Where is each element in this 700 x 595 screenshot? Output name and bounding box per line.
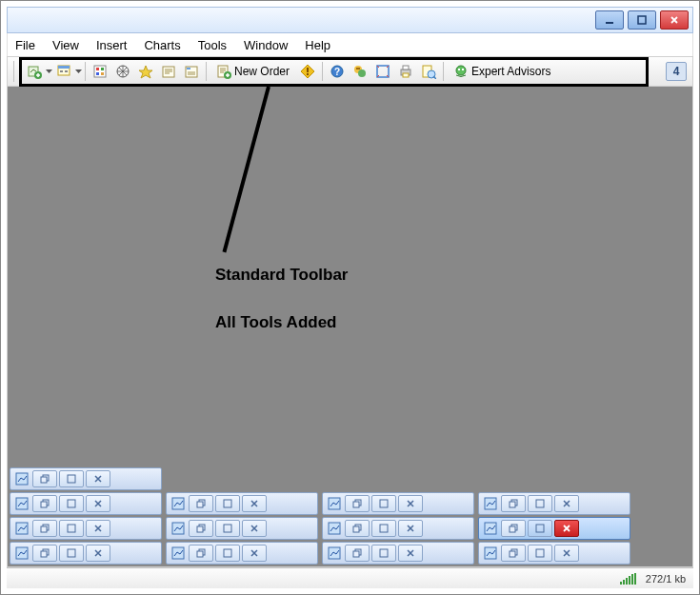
mdi-window[interactable] [166, 542, 318, 565]
minimize-button[interactable] [595, 10, 624, 30]
mdi-maximize-button[interactable] [371, 495, 396, 512]
mdi-window[interactable] [166, 517, 318, 540]
strategy-tester-button[interactable] [180, 61, 203, 82]
svg-rect-66 [353, 526, 359, 532]
metaquotes-button[interactable] [296, 61, 319, 82]
chart-icon [326, 495, 343, 512]
alerts-badge[interactable]: 4 [666, 62, 687, 81]
mdi-window[interactable] [478, 542, 630, 565]
mdi-window[interactable] [166, 492, 318, 515]
menu-tools[interactable]: Tools [198, 38, 227, 52]
new-chart-button[interactable] [23, 61, 46, 82]
mdi-restore-button[interactable] [32, 520, 57, 537]
menu-view[interactable]: View [52, 38, 79, 52]
svg-rect-42 [41, 502, 47, 507]
print-button[interactable] [394, 61, 417, 82]
mdi-restore-button[interactable] [345, 545, 370, 562]
navigator-button[interactable] [134, 61, 157, 82]
mdi-window-active[interactable] [478, 517, 630, 540]
mdi-window[interactable] [10, 517, 162, 540]
svg-point-33 [456, 66, 466, 75]
mdi-restore-button[interactable] [501, 545, 526, 562]
mdi-close-button[interactable] [242, 520, 267, 537]
mdi-maximize-button[interactable] [371, 545, 396, 562]
mdi-restore-button[interactable] [189, 495, 213, 512]
svg-rect-38 [41, 477, 47, 483]
expert-advisors-label: Expert Advisors [471, 65, 550, 78]
mdi-maximize-button[interactable] [371, 520, 396, 537]
mdi-restore-button[interactable] [189, 545, 213, 562]
mdi-window[interactable] [322, 492, 474, 515]
mdi-restore-button[interactable] [345, 520, 370, 537]
mdi-restore-button[interactable] [501, 495, 526, 512]
mdi-maximize-button[interactable] [215, 545, 240, 562]
toolbar-grip[interactable] [13, 61, 19, 82]
mdi-maximize-button[interactable] [59, 520, 84, 537]
statusbar: 272/1 kb [7, 567, 693, 588]
chart-icon [13, 520, 30, 537]
chart-icon [13, 495, 30, 512]
mdi-restore-button[interactable] [32, 545, 57, 562]
mdi-close-button[interactable] [398, 520, 423, 537]
svg-rect-35 [462, 69, 464, 70]
svg-rect-34 [458, 69, 460, 70]
mdi-window[interactable] [10, 467, 162, 490]
mdi-maximize-button[interactable] [215, 520, 240, 537]
profiles-dropdown[interactable] [75, 69, 82, 73]
mdi-close-button[interactable] [86, 495, 110, 512]
data-window-button[interactable] [111, 61, 134, 82]
menu-help[interactable]: Help [305, 38, 330, 52]
close-button[interactable] [660, 10, 689, 30]
svg-rect-55 [536, 500, 544, 507]
expert-advisors-button[interactable]: Expert Advisors [447, 61, 557, 82]
svg-rect-16 [187, 68, 190, 69]
mdi-maximize-button[interactable] [215, 495, 240, 512]
mdi-close-button[interactable] [242, 545, 267, 562]
mdi-window[interactable] [322, 517, 474, 540]
menu-file[interactable]: File [15, 38, 35, 52]
maximize-button[interactable] [628, 10, 656, 30]
mdi-restore-button[interactable] [501, 520, 526, 537]
mdi-restore-button[interactable] [345, 495, 370, 512]
profiles-button[interactable] [52, 61, 75, 82]
mdi-window[interactable] [322, 542, 474, 565]
mdi-close-button[interactable] [398, 495, 423, 512]
mdi-restore-button[interactable] [189, 520, 213, 537]
chart-icon [170, 495, 187, 512]
mdi-maximize-button[interactable] [528, 545, 552, 562]
mdi-close-button[interactable] [554, 495, 579, 512]
mdi-window[interactable] [10, 542, 162, 565]
mdi-close-button[interactable] [86, 545, 110, 562]
mdi-close-button[interactable] [86, 520, 110, 537]
fullscreen-button[interactable] [371, 61, 394, 82]
help-button[interactable]: ? [326, 61, 349, 82]
mdi-close-button[interactable] [86, 470, 110, 487]
svg-rect-10 [101, 68, 104, 70]
mdi-window[interactable] [10, 492, 162, 515]
svg-rect-6 [60, 70, 63, 72]
mdi-maximize-button[interactable] [528, 495, 552, 512]
mdi-window[interactable] [478, 492, 630, 515]
mdi-close-button[interactable] [554, 545, 579, 562]
svg-rect-63 [224, 525, 231, 532]
mdi-maximize-button[interactable] [528, 520, 552, 537]
mdi-close-button[interactable] [554, 520, 579, 537]
mdi-maximize-button[interactable] [59, 545, 84, 562]
new-chart-dropdown[interactable] [46, 69, 52, 73]
print-preview-button[interactable] [417, 61, 440, 82]
chart-icon [482, 520, 499, 537]
menu-insert[interactable]: Insert [96, 38, 128, 52]
mdi-restore-button[interactable] [32, 495, 57, 512]
mdi-maximize-button[interactable] [59, 470, 84, 487]
mdi-maximize-button[interactable] [59, 495, 84, 512]
menu-window[interactable]: Window [244, 38, 288, 52]
market-watch-button[interactable] [89, 61, 111, 82]
terminal-button[interactable] [157, 61, 180, 82]
mdi-close-button[interactable] [398, 545, 423, 562]
svg-point-25 [356, 68, 358, 69]
mdi-close-button[interactable] [242, 495, 267, 512]
menu-charts[interactable]: Charts [144, 38, 180, 52]
mdi-restore-button[interactable] [32, 470, 57, 487]
new-order-button[interactable]: New Order [210, 61, 296, 82]
autotrade-button[interactable] [349, 61, 371, 82]
